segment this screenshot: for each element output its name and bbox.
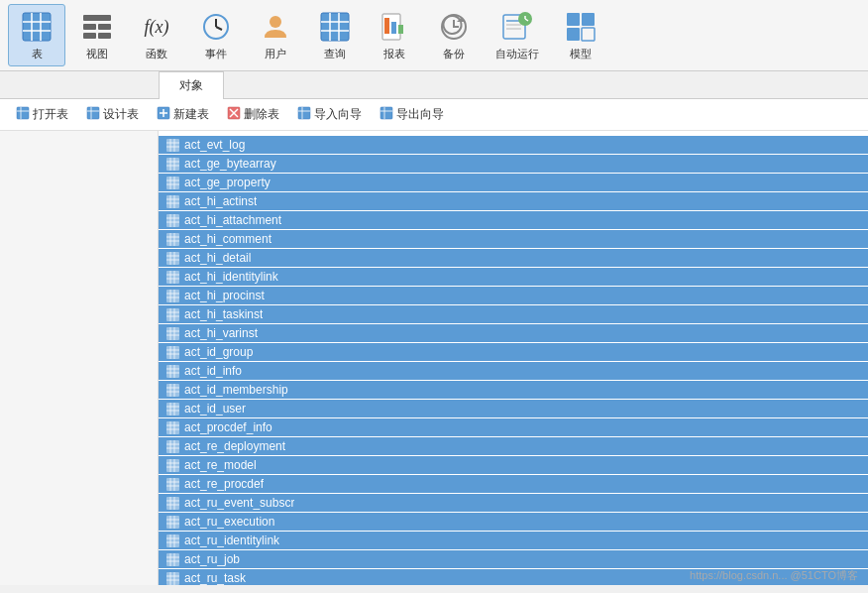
svg-rect-129 [166,421,179,434]
table-row[interactable]: act_hi_detail [159,249,868,267]
report-icon [377,9,412,45]
toolbar-item-autorun[interactable]: 自动运行 [486,5,549,65]
tab-2[interactable] [224,71,266,98]
toolbar-item-event[interactable]: 事件 [188,5,244,65]
table-row[interactable]: act_hi_actinst [159,192,868,210]
table-row-name: act_hi_detail [184,251,251,265]
main-content: act_evt_log act_ge_bytearray act_ge_prop… [0,131,868,585]
table-row[interactable]: act_evt_log [159,136,868,154]
svg-rect-6 [83,24,96,30]
design-label: 设计表 [103,106,139,123]
table-row[interactable]: act_re_model [159,456,868,474]
new-btn[interactable]: 新建表 [149,103,217,126]
table-row[interactable]: act_ru_job [159,550,868,568]
toolbar-item-table[interactable]: 表 [8,4,65,66]
table-row-icon [166,252,179,265]
export-btn[interactable]: 导出向导 [372,103,452,126]
table-row[interactable]: act_procdef_info [159,418,868,436]
svg-rect-99 [166,308,179,321]
table-row[interactable]: act_id_info [159,362,868,380]
table-row-icon [166,214,179,227]
table-row[interactable]: act_ge_property [159,174,868,191]
table-row[interactable]: act_hi_taskinst [159,305,868,323]
table-row[interactable]: act_ge_bytearray [159,155,868,173]
toolbar-label-event: 事件 [205,47,227,61]
table-row[interactable]: act_id_user [159,400,868,417]
table-row[interactable]: act_hi_comment [159,230,868,248]
svg-rect-35 [582,28,595,41]
svg-rect-114 [166,365,179,378]
toolbar-item-query[interactable]: 查询 [307,5,363,65]
svg-point-13 [270,16,281,28]
table-row-name: act_hi_comment [184,232,271,246]
table-row-name: act_hi_attachment [184,213,281,227]
func-icon: f(x) [139,9,174,45]
table-list[interactable]: act_evt_log act_ge_bytearray act_ge_prop… [159,131,868,585]
table-row[interactable]: act_ru_execution [159,513,868,531]
toolbar-item-user[interactable]: 用户 [248,5,303,65]
import-label: 导入向导 [314,106,362,123]
toolbar-item-view[interactable]: 视图 [69,5,125,65]
svg-rect-5 [83,15,111,21]
svg-rect-164 [166,553,179,566]
toolbar-item-backup[interactable]: 备份 [426,5,482,65]
export-icon [380,106,393,123]
table-row[interactable]: act_hi_procinst [159,287,868,304]
backup-icon [436,9,472,45]
table-row-name: act_procdef_info [184,420,272,434]
toolbar-item-report[interactable]: 报表 [367,5,422,65]
tab-bar: 对象 [0,71,868,99]
table-row-name: act_hi_procinst [184,289,265,302]
tab-object[interactable]: 对象 [159,71,224,99]
table-row[interactable]: act_re_deployment [159,437,868,455]
table-row[interactable]: act_ru_task [159,569,868,585]
toolbar: 表 视图 f(x) 函数 事件 [0,0,868,71]
table-icon [19,9,54,45]
table-row[interactable]: act_id_group [159,343,868,361]
model-icon [563,9,598,45]
table-row-name: act_ru_job [184,552,240,566]
table-row[interactable]: act_ru_event_subscr [159,494,868,512]
design-btn[interactable]: 设计表 [78,103,147,126]
svg-rect-48 [298,107,310,119]
svg-rect-14 [321,13,349,41]
delete-btn[interactable]: 删除表 [219,103,287,126]
svg-rect-119 [166,384,179,397]
svg-rect-144 [166,478,179,491]
table-row-name: act_ge_bytearray [184,157,276,171]
table-row[interactable]: act_hi_identitylink [159,268,868,286]
svg-rect-124 [166,403,179,415]
new-label: 新建表 [173,106,209,123]
svg-rect-54 [166,139,179,152]
table-row-icon [166,158,179,171]
table-row-name: act_id_info [184,364,242,378]
table-row-name: act_re_deployment [184,439,285,453]
table-row-icon [166,478,179,491]
toolbar-item-model[interactable]: 模型 [553,5,608,65]
table-row[interactable]: act_hi_varinst [159,324,868,342]
table-row-icon [166,516,179,529]
table-row-name: act_evt_log [184,138,245,152]
import-icon [297,106,311,123]
svg-rect-109 [166,346,179,359]
svg-rect-74 [166,214,179,227]
autorun-icon [499,9,535,45]
svg-rect-7 [98,24,111,30]
svg-rect-64 [166,177,179,189]
svg-rect-84 [166,252,179,265]
table-row-icon [166,195,179,208]
svg-rect-39 [87,107,99,119]
svg-rect-159 [166,534,179,547]
table-row[interactable]: act_ru_identitylink [159,532,868,549]
svg-rect-69 [166,195,179,208]
table-row-name: act_ru_event_subscr [184,496,294,510]
svg-rect-20 [384,18,389,34]
open-btn[interactable]: 打开表 [8,103,76,126]
query-icon [317,9,353,45]
table-row[interactable]: act_re_procdef [159,475,868,493]
view-icon [79,9,115,45]
table-row[interactable]: act_id_membership [159,381,868,399]
toolbar-item-func[interactable]: f(x) 函数 [129,5,184,65]
table-row[interactable]: act_hi_attachment [159,211,868,229]
import-btn[interactable]: 导入向导 [289,103,370,126]
